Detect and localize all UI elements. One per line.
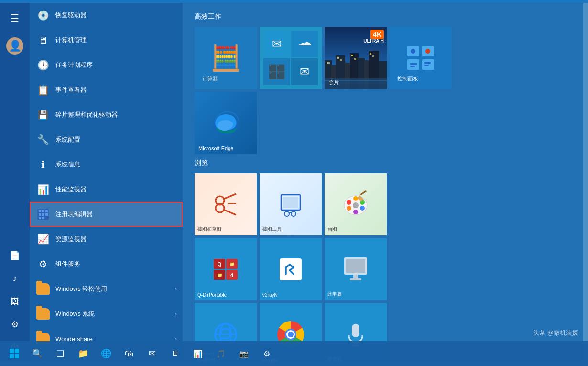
comp-services-label: 组件服务: [55, 260, 177, 268]
taskbar-app3[interactable]: 🎵: [210, 343, 231, 364]
computer-mgmt-icon: 🖥: [35, 33, 51, 48]
start-button[interactable]: [4, 343, 25, 364]
svg-rect-36: [410, 66, 415, 67]
svg-point-55: [353, 210, 358, 214]
tile-v2rayn[interactable]: v2rayN: [260, 238, 322, 300]
win-ease-arrow: ›: [175, 286, 177, 292]
svg-rect-80: [15, 354, 19, 358]
tile-this-pc[interactable]: 此电脑: [325, 238, 387, 300]
svg-rect-26: [372, 55, 374, 57]
svg-rect-8: [45, 213, 48, 216]
app-item-perf-monitor[interactable]: 📊 性能监视器: [30, 177, 183, 202]
snip-tool-label: 截图工具: [262, 226, 282, 233]
settings-icon-btn[interactable]: ⚙: [4, 314, 25, 335]
app-item-res-monitor[interactable]: 📈 资源监视器: [30, 227, 183, 252]
svg-point-33: [411, 49, 415, 54]
task-view-button[interactable]: ❑: [50, 343, 71, 364]
avatar-button[interactable]: 👤: [4, 35, 25, 56]
document-icon-btn[interactable]: 📄: [4, 245, 25, 266]
multi-cell-4: ✉: [291, 58, 318, 85]
svg-point-57: [353, 202, 359, 208]
svg-point-51: [347, 200, 351, 205]
taskbar-app1[interactable]: 🖥: [164, 343, 185, 364]
svg-rect-78: [15, 349, 19, 353]
tile-edge[interactable]: Microsoft Edge: [195, 92, 257, 154]
store-button[interactable]: 🛍: [119, 343, 140, 364]
svg-point-56: [347, 206, 351, 211]
sys-info-label: 系统信息: [55, 160, 177, 169]
search-button[interactable]: 🔍: [27, 343, 48, 364]
app-item-regedit[interactable]: 注册表编辑器: [30, 202, 183, 227]
win-ease-label: Windows 轻松使用: [55, 285, 175, 293]
multi-cell-2: [291, 31, 318, 57]
taskbar-app4[interactable]: 📷: [233, 343, 254, 364]
svg-rect-25: [370, 53, 371, 55]
app-item-defrag[interactable]: 💾 碎片整理和优化驱动器: [30, 102, 183, 127]
tile-paint[interactable]: 画图: [325, 173, 387, 235]
k4-badge: 4K: [370, 30, 384, 39]
svg-rect-37: [424, 62, 431, 64]
perf-monitor-icon: 📊: [35, 182, 51, 197]
svg-rect-24: [354, 58, 356, 60]
svg-line-42: [223, 194, 236, 199]
tile-calculator[interactable]: 🧮 计算器: [195, 27, 257, 89]
win-system-arrow: ›: [175, 311, 177, 317]
watermark: 头条 @微机装媛: [533, 329, 578, 337]
taskbar-app2[interactable]: 📊: [187, 343, 208, 364]
svg-rect-2: [42, 210, 44, 212]
app-item-win-system[interactable]: Windows 系统 ›: [30, 301, 183, 326]
svg-rect-3: [39, 213, 41, 216]
app-item-computer-mgmt[interactable]: 🖥 计算机管理: [30, 28, 183, 53]
taskbar-app5[interactable]: ⚙: [256, 343, 277, 364]
perf-monitor-label: 性能监视器: [55, 185, 177, 194]
svg-rect-20: [328, 62, 330, 64]
svg-rect-62: [346, 259, 365, 273]
tile-snip-sketch[interactable]: 截图和草图: [195, 173, 257, 235]
sys-info-icon: ℹ: [35, 157, 51, 172]
sys-config-icon: 🔧: [35, 132, 51, 147]
tile-qdir[interactable]: Q 📁 📁 4 Q-DirPortable: [195, 238, 257, 300]
app-item-comp-services[interactable]: ⚙ 组件服务: [30, 252, 183, 277]
tile-control-panel[interactable]: 控制面板: [390, 27, 452, 89]
app-item-event-viewer[interactable]: 📋 事件查看器: [30, 78, 183, 102]
app-item-sys-info[interactable]: ℹ 系统信息: [30, 152, 183, 177]
regedit-label: 注册表编辑器: [55, 210, 177, 219]
snip-sketch-label: 截图和草图: [197, 226, 221, 233]
photos-icon-btn[interactable]: 🖼: [4, 291, 25, 312]
ultra-badge: ULTRA H: [363, 38, 384, 44]
tile-photos[interactable]: 4K ULTRA H: [325, 27, 387, 89]
restore-driver-label: 恢复驱动器: [55, 11, 177, 20]
music-icon-btn[interactable]: ♪: [4, 268, 25, 289]
svg-rect-19: [327, 62, 328, 64]
restore-driver-icon: 💿: [35, 8, 51, 23]
app-item-sys-config[interactable]: 🔧 系统配置: [30, 127, 183, 152]
svg-rect-46: [283, 197, 298, 208]
svg-rect-77: [10, 349, 14, 353]
svg-rect-63: [353, 275, 358, 278]
tile-multi[interactable]: ✉ ⬛⬛⬛⬛ ✉: [260, 27, 322, 89]
tile-snip-tool[interactable]: 截图工具: [260, 173, 322, 235]
svg-point-48: [291, 211, 296, 216]
menu-icon[interactable]: ☰: [4, 8, 25, 29]
svg-rect-21: [337, 57, 339, 59]
svg-point-34: [425, 49, 430, 54]
svg-point-73: [288, 332, 294, 337]
app-item-restore-driver[interactable]: 💿 恢复驱动器: [30, 3, 183, 28]
file-explorer-button[interactable]: 📁: [73, 343, 94, 364]
control-panel-label: 控制面板: [397, 75, 418, 82]
browse-section: 浏览 截图和草图: [195, 159, 571, 362]
app-item-win-ease[interactable]: Windows 轻松使用 ›: [30, 277, 183, 301]
this-pc-label: 此电脑: [327, 291, 342, 298]
svg-rect-23: [351, 55, 353, 56]
mail-taskbar-button[interactable]: ✉: [142, 343, 163, 364]
app-item-task-scheduler[interactable]: 🕐 任务计划程序: [30, 53, 183, 78]
efficient-section-title: 高效工作: [195, 12, 571, 21]
computer-mgmt-label: 计算机管理: [55, 36, 177, 44]
edge-taskbar-button[interactable]: 🌐: [96, 343, 117, 364]
svg-rect-35: [410, 63, 417, 65]
v2rayn-label: v2rayN: [262, 292, 278, 298]
qdir-label: Q-DirPortable: [197, 292, 227, 298]
multi-cell-1: ✉: [263, 31, 290, 57]
svg-line-43: [223, 210, 236, 215]
win-ease-icon: [35, 281, 51, 297]
